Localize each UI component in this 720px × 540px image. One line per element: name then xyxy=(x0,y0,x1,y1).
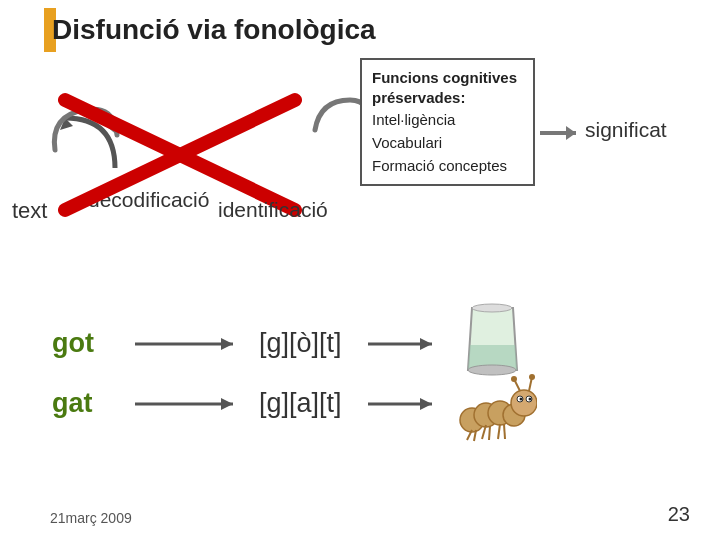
phonetic-got: [g][ò][t] xyxy=(259,328,342,359)
text-label: text xyxy=(12,198,47,224)
info-item-intelligence: Intel·ligència xyxy=(372,109,523,130)
got-arrow xyxy=(133,335,243,353)
page-number: 23 xyxy=(668,503,690,526)
svg-point-28 xyxy=(511,376,517,382)
svg-line-35 xyxy=(504,424,505,439)
word-row-got: got [g][ò][t] xyxy=(52,328,441,359)
svg-point-29 xyxy=(529,374,535,380)
info-box: Funcions cognitives préservades: Intel·l… xyxy=(360,58,535,186)
svg-marker-14 xyxy=(420,398,432,410)
gat-to-cat-arrow xyxy=(366,395,441,413)
word-got: got xyxy=(52,328,117,359)
significat-label: significat xyxy=(585,118,667,142)
got-to-glass-arrow xyxy=(366,335,441,353)
svg-line-33 xyxy=(489,426,490,440)
info-item-vocabulary: Vocabulari xyxy=(372,132,523,153)
word-gat: gat xyxy=(52,388,117,419)
svg-marker-6 xyxy=(566,126,576,140)
svg-point-25 xyxy=(529,398,532,401)
word-row-gat: gat [g][a][t] xyxy=(52,388,441,419)
svg-marker-12 xyxy=(221,398,233,410)
cat-illustration xyxy=(452,365,537,454)
svg-marker-10 xyxy=(420,338,432,350)
gat-arrow xyxy=(133,395,243,413)
svg-line-34 xyxy=(498,424,500,439)
ident-label: identificació xyxy=(218,198,328,222)
svg-point-15 xyxy=(472,304,512,312)
page-title: Disfunció via fonològica xyxy=(52,14,376,46)
info-box-title: Funcions cognitives préservades: xyxy=(372,68,523,107)
svg-point-24 xyxy=(520,398,523,401)
info-to-significat-arrow xyxy=(538,118,583,148)
svg-point-21 xyxy=(511,390,537,416)
svg-marker-8 xyxy=(221,338,233,350)
info-item-formation: Formació conceptes xyxy=(372,155,523,176)
date-label: 21març 2009 xyxy=(50,510,132,526)
phonetic-gat: [g][a][t] xyxy=(259,388,342,419)
